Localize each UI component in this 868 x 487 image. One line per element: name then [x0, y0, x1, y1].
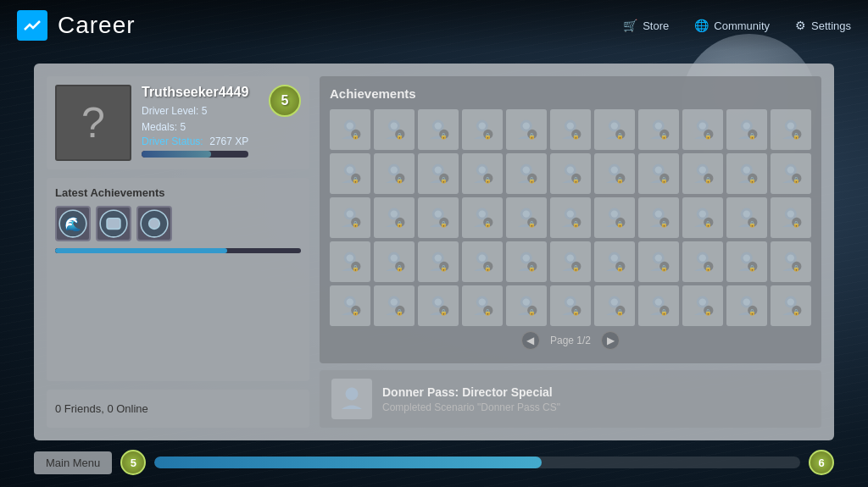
svg-text:🔒: 🔒: [660, 132, 668, 140]
achievement-badge-47[interactable]: 🔒: [418, 285, 459, 326]
achievement-badge-8[interactable]: 🔒: [638, 109, 679, 150]
xp-progress-bar-fill: [142, 151, 211, 158]
achievement-badge-38[interactable]: 🔒: [506, 241, 547, 282]
achievement-badge-54[interactable]: 🔒: [726, 285, 767, 326]
achievement-badge-25[interactable]: 🔒: [418, 197, 459, 238]
achievement-badge-51[interactable]: 🔒: [594, 285, 635, 326]
nav-community[interactable]: 🌐 Community: [694, 19, 770, 32]
svg-text:🔒: 🔒: [484, 264, 492, 272]
svg-text:🔒: 🔒: [793, 220, 800, 228]
svg-text:🔒: 🔒: [793, 308, 800, 316]
achievement-badge-32[interactable]: 🔒: [726, 197, 767, 238]
achievement-badge-14[interactable]: 🔒: [418, 153, 459, 194]
achievement-badge-41[interactable]: 🔒: [638, 241, 679, 282]
achievement-badge-45[interactable]: 🔒: [330, 285, 370, 326]
achievement-badge-34[interactable]: 🔒: [330, 241, 370, 282]
achievement-badge-36[interactable]: 🔒: [418, 241, 459, 282]
svg-point-43: [743, 123, 750, 130]
achievement-badge-37[interactable]: 🔒: [462, 241, 503, 282]
prev-page-button[interactable]: ◀: [521, 331, 540, 350]
achievement-badge-2[interactable]: 🔒: [374, 109, 415, 150]
achievement-icon-3[interactable]: [136, 206, 172, 241]
svg-text:🔒: 🔒: [660, 308, 668, 316]
achievement-badge-20[interactable]: 🔒: [682, 153, 723, 194]
achievement-badge-5[interactable]: 🔒: [506, 109, 547, 150]
achievement-badge-43[interactable]: 🔒: [726, 241, 767, 282]
achievement-badge-12[interactable]: 🔒: [330, 153, 370, 194]
svg-text:🔒: 🔒: [484, 220, 492, 228]
svg-text:🔒: 🔒: [660, 220, 668, 228]
achievement-badge-29[interactable]: 🔒: [594, 197, 635, 238]
achievement-badge-27[interactable]: 🔒: [506, 197, 547, 238]
svg-point-139: [347, 255, 353, 262]
achievement-badge-6[interactable]: 🔒: [550, 109, 591, 150]
achievement-badge-52[interactable]: 🔒: [638, 285, 679, 326]
achievement-badge-10[interactable]: 🔒: [726, 109, 767, 150]
achievement-badge-16[interactable]: 🔒: [506, 153, 547, 194]
svg-text:🔒: 🔒: [704, 264, 712, 272]
achievement-badge-30[interactable]: 🔒: [638, 197, 679, 238]
svg-point-183: [347, 299, 353, 306]
achievement-badge-7[interactable]: 🔒: [594, 109, 635, 150]
achievement-badge-18[interactable]: 🔒: [594, 153, 635, 194]
achievement-badge-42[interactable]: 🔒: [682, 241, 723, 282]
achievement-badge-35[interactable]: 🔒: [374, 241, 415, 282]
svg-text:🔒: 🔒: [484, 176, 492, 184]
svg-point-83: [699, 167, 706, 174]
nav-store[interactable]: 🛒 Store: [623, 19, 669, 32]
svg-point-71: [567, 167, 574, 174]
nav-settings[interactable]: ⚙ Settings: [795, 19, 851, 32]
achievement-badge-28[interactable]: 🔒: [550, 197, 591, 238]
svg-point-143: [391, 255, 398, 262]
achievement-badge-55[interactable]: 🔒: [771, 285, 811, 326]
achievement-badge-4[interactable]: 🔒: [462, 109, 503, 150]
achievement-badge-17[interactable]: 🔒: [550, 153, 591, 194]
detail-title: Donner Pass: Director Special: [382, 385, 810, 399]
svg-text:🔒: 🔒: [528, 220, 536, 228]
achievement-icon-1[interactable]: 🌊: [55, 206, 91, 241]
achievement-badge-21[interactable]: 🔒: [726, 153, 767, 194]
achievement-badge-19[interactable]: 🔒: [638, 153, 679, 194]
achievement-badge-24[interactable]: 🔒: [374, 197, 415, 238]
achievement-icon-2[interactable]: [96, 206, 131, 241]
svg-point-27: [567, 123, 574, 130]
achievement-badge-15[interactable]: 🔒: [462, 153, 503, 194]
svg-point-15: [435, 123, 442, 130]
achievement-badge-9[interactable]: 🔒: [682, 109, 723, 150]
achievement-badge-13[interactable]: 🔒: [374, 153, 415, 194]
svg-point-107: [479, 211, 486, 218]
bottom-level-start: 5: [120, 450, 146, 475]
achievement-badge-31[interactable]: 🔒: [682, 197, 723, 238]
achievement-badge-50[interactable]: 🔒: [550, 285, 591, 326]
achievement-badge-3[interactable]: 🔒: [418, 109, 459, 150]
svg-text:🔒: 🔒: [704, 176, 712, 184]
next-page-button[interactable]: ▶: [601, 331, 620, 350]
achievement-badge-48[interactable]: 🔒: [462, 285, 503, 326]
achievement-badge-49[interactable]: 🔒: [506, 285, 547, 326]
achievement-badge-53[interactable]: 🔒: [682, 285, 723, 326]
svg-text:🔒: 🔒: [352, 220, 359, 228]
achievement-badge-40[interactable]: 🔒: [594, 241, 635, 282]
nav-settings-label: Settings: [811, 19, 851, 32]
achievement-badge-39[interactable]: 🔒: [550, 241, 591, 282]
svg-text:🔒: 🔒: [793, 176, 800, 184]
achievement-badge-22[interactable]: 🔒: [771, 153, 811, 194]
achievement-badge-23[interactable]: 🔒: [330, 197, 370, 238]
main-menu-button[interactable]: Main Menu: [34, 451, 112, 474]
svg-text:🔒: 🔒: [748, 176, 756, 184]
profile-info: Truthseeker4449 Driver Level: 5 Medals: …: [142, 85, 301, 158]
svg-text:🔒: 🔒: [572, 132, 580, 140]
achievement-badge-1[interactable]: 🔒: [330, 109, 370, 150]
achievement-badge-33[interactable]: 🔒: [771, 197, 811, 238]
achievement-badge-46[interactable]: 🔒: [374, 285, 415, 326]
svg-text:🔒: 🔒: [396, 220, 403, 228]
svg-text:🔒: 🔒: [440, 264, 448, 272]
svg-point-159: [567, 255, 574, 262]
svg-text:🔒: 🔒: [396, 264, 403, 272]
achievement-badge-44[interactable]: 🔒: [771, 241, 811, 282]
achievements-panel-title: Achievements: [330, 86, 811, 101]
latest-achievements-title: Latest Achievements: [55, 186, 301, 199]
achievement-badge-26[interactable]: 🔒: [462, 197, 503, 238]
achievement-badge-11[interactable]: 🔒: [771, 109, 811, 150]
right-column: Achievements 🔒 🔒 🔒 🔒: [320, 76, 821, 428]
